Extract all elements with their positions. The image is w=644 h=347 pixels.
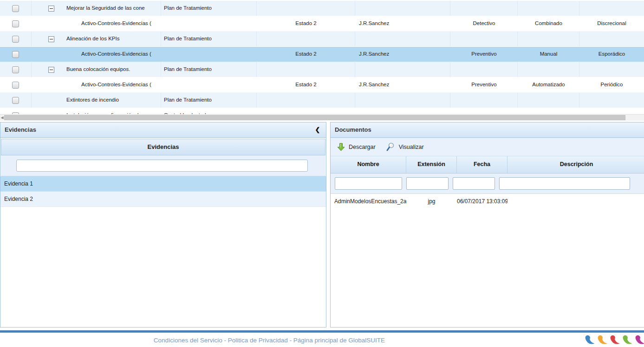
logo-swoosh-icon-red <box>608 334 621 347</box>
filter-descripcion-input[interactable] <box>499 177 630 190</box>
footer-links: Condiciones del Servicio - Politica de P… <box>0 337 539 344</box>
magnifier-icon <box>386 142 395 151</box>
link-separator: - <box>222 337 228 344</box>
tree-cell: Instalación y reconfiguración de s <box>32 108 161 114</box>
row-checkbox-cell <box>0 47 32 62</box>
estado-cell: Plan de Tratamiento <box>161 1 257 16</box>
tree-cell: Alineación de los KPIs <box>32 32 161 46</box>
documentos-toolbar: Descargar Visualizar <box>331 138 644 156</box>
column-header-extension[interactable]: Extensión <box>406 156 457 173</box>
row-checkbox[interactable] <box>12 97 19 104</box>
tree-cell: Mejorar la Seguridad de las cone <box>32 1 161 16</box>
filter-fecha-input[interactable] <box>453 177 495 190</box>
list-item[interactable]: Evidencia 2 <box>0 192 326 207</box>
row-checkbox[interactable] <box>12 82 19 89</box>
doc-fecha: 06/07/2017 13:03:09 <box>457 194 507 210</box>
estado-cell: Control Implantado <box>161 108 257 114</box>
column-header-nombre[interactable]: Nombre <box>331 156 406 173</box>
tree-cell: Activo-Controles-Evidencias ( <box>32 47 161 62</box>
collapse-expander-icon[interactable] <box>48 67 54 73</box>
row-checkbox-cell <box>0 1 32 16</box>
responsable-cell: J.R.Sanchez <box>355 47 450 62</box>
visualizar-button[interactable]: Visualizar <box>386 142 424 151</box>
table-row[interactable]: Alineación de los KPIs Plan de Tratamien… <box>0 32 644 47</box>
table-row-selected[interactable]: Activo-Controles-Evidencias ( Estado 2 J… <box>0 47 644 62</box>
row-checkbox[interactable] <box>12 5 19 12</box>
visualizar-label: Visualizar <box>399 144 424 150</box>
download-arrow-icon <box>337 143 345 151</box>
responsable-cell: J.R.Sanchez <box>355 77 450 92</box>
row-checkbox[interactable] <box>12 66 19 73</box>
child-name: Activo-Controles-Evidencias ( <box>32 16 161 31</box>
logo-swoosh-icon-blue <box>583 334 596 347</box>
descargar-label: Descargar <box>349 144 376 150</box>
row-checkbox-cell <box>0 77 32 92</box>
frecuencia-cell: Periódico <box>579 77 644 92</box>
modo-cell: Manual <box>518 47 579 62</box>
evidencias-column-header[interactable]: Evidencias <box>1 139 325 155</box>
table-row[interactable]: Instalación y reconfiguración de s Contr… <box>0 108 644 114</box>
row-checkbox-cell <box>0 62 32 77</box>
scroll-left-arrow-icon[interactable]: ◀ <box>0 116 4 120</box>
table-row[interactable]: Activo-Controles-Evidencias ( Estado 2 J… <box>0 16 644 32</box>
doc-extension: jpg <box>406 194 457 210</box>
minus-icon <box>50 39 53 39</box>
control-name: Instalación y reconfiguración de s <box>32 108 161 114</box>
modo-cell: Automatizado <box>518 77 579 92</box>
logo-swoosh-icon-magenta <box>633 334 644 347</box>
horizontal-scrollbar[interactable]: ◀ <box>0 114 644 121</box>
collapse-expander-icon[interactable] <box>48 36 54 42</box>
row-checkbox-cell <box>0 108 32 114</box>
row-checkbox-cell <box>0 93 32 108</box>
row-checkbox-cell <box>0 32 32 46</box>
tree-cell: Extintores de incendio <box>32 93 161 108</box>
doc-nombre: AdminModelosEncuestas_2a <box>331 194 406 210</box>
control-name: Extintores de incendio <box>32 93 161 107</box>
tree-cell: Buena colocación equipos. <box>32 62 161 77</box>
link-condiciones[interactable]: Condiciones del Servicio <box>154 337 222 344</box>
row-checkbox[interactable] <box>12 51 19 58</box>
documentos-panel-header: Documentos <box>331 122 644 138</box>
column-header-fecha[interactable]: Fecha <box>457 156 507 173</box>
panel-title: Evidencias <box>5 126 36 133</box>
evidencias-list: Evidencia 1 Evidencia 2 <box>0 176 326 207</box>
table-row[interactable]: AdminModelosEncuestas_2a jpg 06/07/2017 … <box>331 194 644 210</box>
filter-extension-input[interactable] <box>406 177 449 190</box>
row-checkbox[interactable] <box>12 36 19 43</box>
panel-title: Documentos <box>335 126 371 133</box>
table-row[interactable]: Buena colocación equipos. Plan de Tratam… <box>0 62 644 77</box>
frecuencia-cell: Esporádico <box>579 47 644 62</box>
app-screen: Mejorar la Seguridad de las cone Plan de… <box>0 0 644 347</box>
estado2-cell: Estado 2 <box>257 77 355 92</box>
link-separator: - <box>288 337 293 344</box>
collapse-expander-icon[interactable] <box>48 6 54 12</box>
evidencias-filter-input[interactable] <box>16 160 308 172</box>
column-header-descripcion[interactable]: Descripción <box>507 156 644 173</box>
responsable-cell: J.R.Sanchez <box>355 16 450 31</box>
collapse-panel-icon[interactable]: ❮ <box>314 122 321 137</box>
estado-cell: Plan de Tratamiento <box>161 32 257 46</box>
doc-descripcion <box>507 194 644 210</box>
evidencias-filter-row <box>1 155 325 176</box>
footer-divider-bar <box>0 330 644 333</box>
row-checkbox[interactable] <box>12 20 19 27</box>
row-checkbox-cell <box>0 16 32 31</box>
estado-cell: Plan de Tratamiento <box>161 62 257 77</box>
table-row[interactable]: Mejorar la Seguridad de las cone Plan de… <box>0 1 644 16</box>
list-item-selected[interactable]: Evidencia 1 <box>0 176 326 192</box>
documentos-filter-row <box>331 174 644 194</box>
scrollbar-thumb[interactable] <box>4 115 625 120</box>
descargar-button[interactable]: Descargar <box>337 143 376 151</box>
filter-nombre-input[interactable] <box>335 177 402 190</box>
link-principal[interactable]: Página principal de GlobalSUITE <box>293 337 385 344</box>
link-privacidad[interactable]: Politica de Privacidad <box>228 337 288 344</box>
table-row[interactable]: Extintores de incendio Plan de Tratamien… <box>0 93 644 108</box>
estado2-cell: Estado 2 <box>257 47 355 62</box>
tree-cell: Activo-Controles-Evidencias ( <box>32 16 161 31</box>
modo-cell: Combinado <box>518 16 579 31</box>
table-row[interactable]: Activo-Controles-Evidencias ( Estado 2 J… <box>0 77 644 93</box>
logo-swoosh-icon-orange <box>596 334 608 347</box>
minus-icon <box>50 70 53 70</box>
minus-icon <box>50 8 53 9</box>
treatment-tree-grid: Mejorar la Seguridad de las cone Plan de… <box>0 0 644 114</box>
